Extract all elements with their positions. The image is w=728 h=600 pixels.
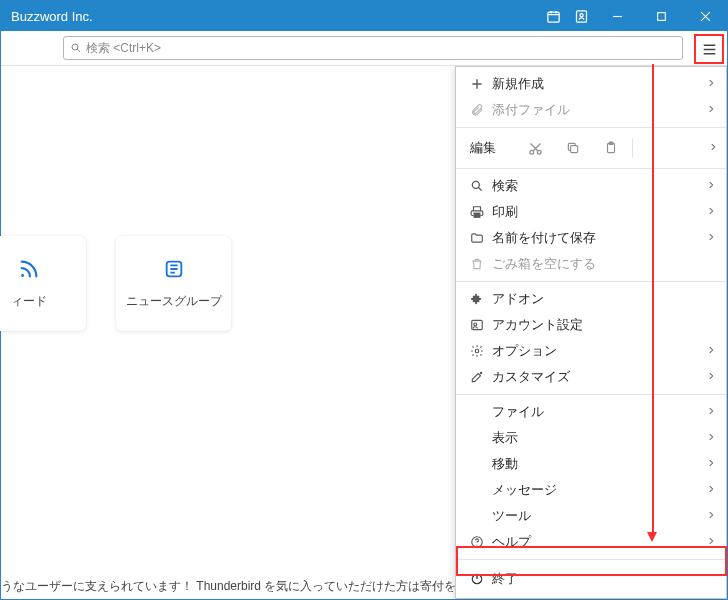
svg-point-4 xyxy=(72,44,78,50)
paste-button[interactable] xyxy=(592,141,630,155)
trash-icon xyxy=(470,257,492,271)
help-icon xyxy=(470,535,492,549)
menu-search[interactable]: 検索 xyxy=(456,173,726,199)
svg-rect-13 xyxy=(474,213,480,217)
svg-point-5 xyxy=(21,273,24,276)
app-menu-button[interactable] xyxy=(694,34,724,64)
search-icon xyxy=(470,179,492,193)
brush-icon xyxy=(470,370,492,384)
menu-account-settings[interactable]: アカウント設定 xyxy=(456,312,726,338)
contacts-icon[interactable] xyxy=(567,1,595,31)
menu-exit[interactable]: 終了 xyxy=(456,564,726,594)
puzzle-icon xyxy=(470,292,492,306)
printer-icon xyxy=(470,205,492,219)
maximize-button[interactable] xyxy=(639,1,683,31)
svg-point-16 xyxy=(475,349,479,353)
chevron-right-icon xyxy=(706,205,716,219)
menu-edit-label: 編集 xyxy=(470,140,516,157)
card-newsgroup[interactable]: ニュースグループ xyxy=(116,236,231,331)
titlebar-right-icons xyxy=(539,1,595,31)
svg-point-19 xyxy=(476,544,477,545)
calendar-icon[interactable] xyxy=(539,1,567,31)
chevron-right-icon xyxy=(706,405,716,419)
minimize-button[interactable] xyxy=(595,1,639,31)
app-menu: 新規作成 添付ファイル 編集 検索 xyxy=(455,66,727,599)
menu-saveas[interactable]: 名前を付けて保存 xyxy=(456,225,726,251)
menu-help[interactable]: ヘルプ xyxy=(456,529,726,555)
app-window: Buzzword Inc. 検索 <Ctrl+K> xyxy=(0,0,728,600)
menu-tools[interactable]: ツール xyxy=(456,503,726,529)
rss-icon xyxy=(18,258,40,283)
menu-view[interactable]: 表示 xyxy=(456,425,726,451)
chevron-right-icon xyxy=(706,457,716,471)
search-input[interactable]: 検索 <Ctrl+K> xyxy=(63,36,683,60)
svg-point-8 xyxy=(537,150,541,154)
menu-edit-row: 編集 xyxy=(456,132,726,164)
window-title: Buzzword Inc. xyxy=(11,9,539,24)
chevron-right-icon xyxy=(706,370,716,384)
chevron-right-icon xyxy=(706,344,716,358)
account-settings-icon xyxy=(470,318,492,332)
hamburger-icon xyxy=(702,43,717,56)
chevron-right-icon xyxy=(706,231,716,245)
menu-go[interactable]: 移動 xyxy=(456,451,726,477)
svg-point-7 xyxy=(529,150,533,154)
card-label: ニュースグループ xyxy=(126,293,222,310)
footer-text: うなユーザーに支えられています！ Thunderbird を気に入っていただけた… xyxy=(1,578,480,595)
copy-button[interactable] xyxy=(554,141,592,155)
chevron-right-icon xyxy=(706,535,716,549)
news-icon xyxy=(163,258,185,283)
plus-icon xyxy=(470,77,492,91)
chevron-right-icon xyxy=(706,179,716,193)
chevron-right-icon xyxy=(708,141,718,155)
separator xyxy=(632,139,633,157)
window-controls xyxy=(595,1,727,31)
power-icon xyxy=(470,572,492,586)
search-placeholder: 検索 <Ctrl+K> xyxy=(86,40,161,57)
menu-addons[interactable]: アドオン xyxy=(456,286,726,312)
menu-attach: 添付ファイル xyxy=(456,97,726,123)
paperclip-icon xyxy=(470,103,492,117)
gear-icon xyxy=(470,344,492,358)
card-label: ィード xyxy=(11,293,47,310)
chevron-right-icon xyxy=(706,431,716,445)
svg-rect-3 xyxy=(657,12,665,20)
close-button[interactable] xyxy=(683,1,727,31)
chevron-right-icon xyxy=(706,103,716,117)
svg-point-15 xyxy=(474,323,477,326)
toolbar: 検索 <Ctrl+K> xyxy=(1,31,727,66)
titlebar: Buzzword Inc. xyxy=(1,1,727,31)
svg-point-17 xyxy=(480,372,481,373)
menu-message[interactable]: メッセージ xyxy=(456,477,726,503)
folder-icon xyxy=(470,231,492,245)
svg-rect-9 xyxy=(571,146,578,153)
svg-rect-0 xyxy=(547,12,558,22)
search-icon xyxy=(70,42,82,54)
card-row: ィード ニュースグループ xyxy=(0,236,231,331)
chevron-right-icon xyxy=(706,77,716,91)
menu-options[interactable]: オプション xyxy=(456,338,726,364)
menu-customize[interactable]: カスタマイズ xyxy=(456,364,726,390)
menu-print[interactable]: 印刷 xyxy=(456,199,726,225)
card-feed[interactable]: ィード xyxy=(0,236,86,331)
cut-button[interactable] xyxy=(516,141,554,156)
menu-new[interactable]: 新規作成 xyxy=(456,71,726,97)
menu-file[interactable]: ファイル xyxy=(456,399,726,425)
chevron-right-icon xyxy=(706,483,716,497)
menu-empty-trash: ごみ箱を空にする xyxy=(456,251,726,277)
svg-point-12 xyxy=(472,181,479,188)
svg-point-2 xyxy=(579,13,582,16)
svg-rect-11 xyxy=(609,142,613,144)
chevron-right-icon xyxy=(706,509,716,523)
